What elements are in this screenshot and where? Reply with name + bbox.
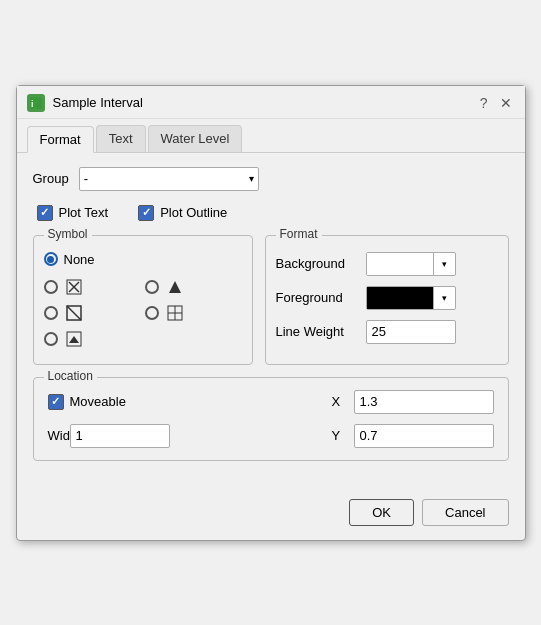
svg-marker-5 [169, 281, 181, 293]
background-arrow: ▾ [433, 253, 455, 275]
y-input[interactable] [354, 424, 494, 448]
tab-waterlevel[interactable]: Water Level [148, 125, 243, 152]
dn-icon [64, 329, 84, 349]
format-panel-title: Format [276, 227, 322, 241]
title-bar: i Sample Interval ? ✕ [17, 86, 525, 119]
line-weight-input[interactable] [366, 320, 456, 344]
x-label: X [332, 394, 346, 409]
radio-dn-circle [44, 332, 58, 346]
plot-text-label: Plot Text [59, 205, 109, 220]
symbol-radio-group [44, 277, 242, 349]
foreground-arrow: ▾ [433, 287, 455, 309]
background-row: Background ▾ [276, 252, 498, 276]
sq-icon [64, 303, 84, 323]
foreground-row: Foreground ▾ [276, 286, 498, 310]
group-label: Group [33, 171, 69, 186]
width-input[interactable] [70, 424, 170, 448]
tab-format[interactable]: Format [27, 126, 94, 153]
ok-button[interactable]: OK [349, 499, 414, 526]
radio-sq-circle [44, 306, 58, 320]
radio-dbl-circle [145, 306, 159, 320]
tri-icon [165, 277, 185, 297]
dialog: i Sample Interval ? ✕ Format Text Water … [16, 85, 526, 541]
dialog-title: Sample Interval [53, 95, 477, 110]
radio-x[interactable] [44, 277, 141, 297]
line-weight-row: Line Weight [276, 320, 498, 344]
foreground-label: Foreground [276, 290, 366, 305]
plot-outline-box [138, 205, 154, 221]
foreground-select[interactable]: ▾ [366, 286, 456, 310]
background-label: Background [276, 256, 366, 271]
group-row: Group - ▾ [33, 167, 509, 191]
line-weight-label: Line Weight [276, 324, 366, 339]
width-label: Width [48, 428, 62, 443]
foreground-swatch [367, 287, 433, 309]
checkboxes-row: Plot Text Plot Outline [33, 205, 509, 221]
group-select[interactable]: - ▾ [79, 167, 259, 191]
plot-text-box [37, 205, 53, 221]
symbol-panel-title: Symbol [44, 227, 92, 241]
help-button[interactable]: ? [477, 95, 491, 111]
radio-tri-circle [145, 280, 159, 294]
y-label: Y [332, 428, 346, 443]
radio-dbl[interactable] [145, 303, 242, 323]
content-area: Group - ▾ Plot Text Plot Outline Symbol [17, 153, 525, 489]
group-arrow: ▾ [249, 173, 254, 184]
background-swatch [367, 253, 433, 275]
dbl-icon [165, 303, 185, 323]
radio-none-label: None [64, 252, 95, 267]
cancel-button[interactable]: Cancel [422, 499, 508, 526]
radio-sq[interactable] [44, 303, 141, 323]
svg-line-7 [67, 306, 81, 320]
location-title: Location [44, 369, 97, 383]
radio-tri[interactable] [145, 277, 242, 297]
tab-text[interactable]: Text [96, 125, 146, 152]
panels-row: Symbol None [33, 235, 509, 365]
radio-none[interactable]: None [44, 252, 242, 267]
x-row: X [332, 390, 494, 414]
app-icon: i [27, 94, 45, 112]
y-row: Y [332, 424, 494, 448]
moveable-label: Moveable [70, 394, 126, 409]
symbol-panel: Symbol None [33, 235, 253, 365]
x-icon [64, 277, 84, 297]
radio-none-circle [44, 252, 58, 266]
moveable-checkbox[interactable]: Moveable [48, 394, 126, 410]
close-button[interactable]: ✕ [497, 95, 515, 111]
tab-bar: Format Text Water Level [17, 119, 525, 153]
title-controls: ? ✕ [477, 95, 515, 111]
moveable-box [48, 394, 64, 410]
svg-text:i: i [31, 99, 34, 109]
group-value: - [84, 171, 88, 186]
x-input[interactable] [354, 390, 494, 414]
radio-x-circle [44, 280, 58, 294]
plot-outline-label: Plot Outline [160, 205, 227, 220]
location-panel: Location Moveable X Width Y [33, 377, 509, 461]
svg-marker-12 [69, 336, 79, 343]
background-select[interactable]: ▾ [366, 252, 456, 276]
plot-outline-checkbox[interactable]: Plot Outline [138, 205, 227, 221]
plot-text-checkbox[interactable]: Plot Text [37, 205, 109, 221]
radio-dn[interactable] [44, 329, 141, 349]
format-panel: Format Background ▾ Foreground [265, 235, 509, 365]
bottom-buttons: OK Cancel [17, 489, 525, 540]
width-row: Width [48, 424, 170, 448]
